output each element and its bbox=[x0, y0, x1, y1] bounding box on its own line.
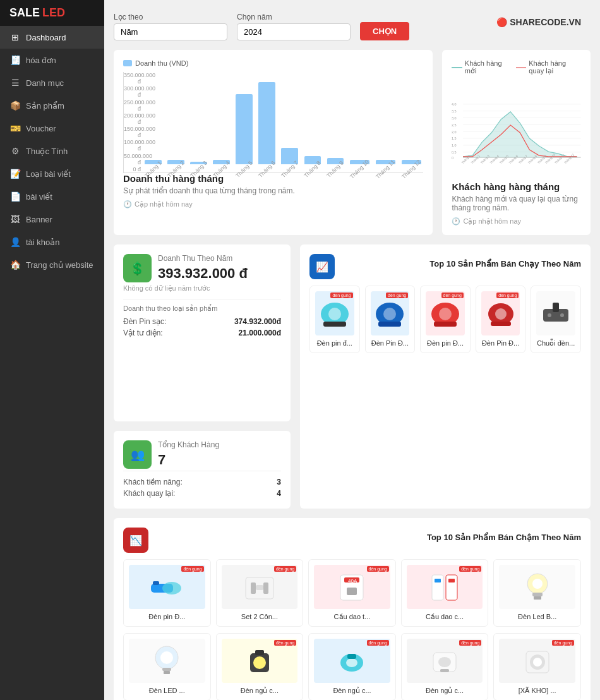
slow-icon: 📉 bbox=[123, 528, 148, 553]
filter-loc-group: Lọc theo Năm bbox=[114, 13, 227, 40]
svg-rect-33 bbox=[323, 322, 346, 327]
bar-col-6: Tháng 6 bbox=[256, 82, 277, 172]
svg-point-69 bbox=[160, 651, 173, 664]
product-label: Chuỗi đèn... bbox=[536, 339, 575, 347]
customer-chart-subtitle: Khách hàng mới và quay lại qua từng thán… bbox=[452, 195, 581, 212]
product-img: đèn gung bbox=[315, 291, 354, 335]
sidebar-item-dashboard[interactable]: ⊞Dashboard bbox=[0, 26, 104, 49]
product-card-101: đèn gung Set 2 Côn... bbox=[216, 559, 304, 627]
sidebar-item-banner[interactable]: 🖼Banner bbox=[0, 208, 104, 231]
svg-rect-36 bbox=[378, 322, 401, 327]
product-badge: đèn gung bbox=[496, 293, 519, 298]
svg-point-74 bbox=[346, 658, 357, 667]
logo-sale: SALE bbox=[9, 6, 40, 20]
svg-text:1,5: 1,5 bbox=[452, 136, 457, 140]
bar-col-8: Tháng 8 bbox=[302, 156, 323, 172]
svg-rect-78 bbox=[440, 669, 449, 672]
banner-icon: 🖼 bbox=[9, 214, 21, 224]
svg-rect-52 bbox=[263, 582, 268, 594]
slow-products-row1: đèn gung Đèn pin Đ... đèn gung Set 2 Côn… bbox=[123, 559, 581, 627]
product-card-1: đèn gung Đèn Pin Đ... bbox=[365, 286, 416, 353]
product-label: Cầu dao t... bbox=[314, 613, 390, 621]
product-img: đèn gung bbox=[222, 565, 298, 609]
customer-chart-card: Khách hàng mới Khách hàng quay lại bbox=[442, 50, 591, 235]
product-img bbox=[499, 565, 575, 609]
bar-col-4: Tháng 4 bbox=[211, 160, 232, 172]
filter-loc-select[interactable]: Năm bbox=[114, 23, 227, 40]
sanpham-icon: 📦 bbox=[9, 100, 21, 111]
revenue-breakdown: Doanh thu theo loại sản phẩm Đèn Pin sạc… bbox=[123, 299, 281, 339]
svg-point-46 bbox=[560, 313, 564, 317]
svg-text:40A: 40A bbox=[348, 578, 357, 584]
svg-rect-63 bbox=[532, 593, 543, 596]
product-img bbox=[536, 291, 575, 335]
svg-point-35 bbox=[383, 308, 396, 320]
chon-button[interactable]: CHỌN bbox=[360, 22, 409, 40]
danhmuc-icon: ☰ bbox=[9, 78, 21, 88]
product-card-0: đèn gung Đèn pin đ... bbox=[309, 286, 360, 353]
product-label: Đèn LED ... bbox=[129, 687, 205, 694]
bar-col-5: Tháng 5 bbox=[234, 94, 255, 172]
product-badge: đèn gung bbox=[274, 640, 296, 646]
customer-chart-update: 🕐 Cập nhật hôm nay bbox=[452, 217, 581, 226]
svg-text:0,5: 0,5 bbox=[452, 150, 457, 154]
vat-tu-label: Vật tư điện: bbox=[123, 329, 163, 337]
product-badge: đèn gung bbox=[367, 566, 389, 572]
sidebar-item-danhmuc[interactable]: ☰Danh mục bbox=[0, 71, 104, 94]
sidebar-item-taikhoan[interactable]: 👤tài khoản bbox=[0, 231, 104, 253]
filter-year-select[interactable]: 2024 bbox=[237, 23, 351, 40]
svg-point-38 bbox=[439, 308, 452, 320]
sidebar-item-hoadon[interactable]: 🧾hóa đơn bbox=[0, 49, 104, 71]
svg-rect-60 bbox=[435, 579, 441, 582]
filter-year-group: Chọn năm 2024 bbox=[237, 13, 351, 40]
stats-products-row: 💲 Doanh Thu Theo Năm 393.932.000 đ Không… bbox=[114, 244, 591, 509]
svg-rect-67 bbox=[162, 668, 171, 671]
top-fast-products: đèn gung Đèn pin đ... đèn gung Đèn Pin Đ… bbox=[309, 286, 581, 353]
left-stats: 💲 Doanh Thu Theo Năm 393.932.000 đ Không… bbox=[114, 244, 291, 509]
quay-lai-label: Khách quay lại: bbox=[123, 489, 175, 498]
sidebar: SALE LED ⊞Dashboard🧾hóa đơn☰Danh mục📦Sản… bbox=[0, 0, 104, 700]
sidebar-item-baiviet[interactable]: 📄bài viết bbox=[0, 185, 104, 208]
baiviet-icon: 📄 bbox=[9, 191, 21, 202]
slow-products-row2: Đèn LED ... đèn gung Đèn ngủ c... đèn gu… bbox=[123, 633, 581, 700]
quay-lai-value: 4 bbox=[277, 489, 281, 498]
top-fast-section: 📈 Top 10 Sản Phẩm Bán Chạy Theo Năm đèn … bbox=[300, 244, 591, 509]
line-legend: Khách hàng mới Khách hàng quay lại bbox=[452, 59, 581, 75]
product-img: đèn gung bbox=[371, 291, 410, 335]
legend-new-line bbox=[452, 67, 462, 68]
product-label: Đèn Pin Đ... bbox=[371, 339, 410, 347]
sidebar-item-thuoctinh[interactable]: ⚙Thuộc Tính bbox=[0, 140, 104, 162]
product-badge: đèn gung bbox=[552, 640, 574, 646]
dashboard-icon: ⊞ bbox=[9, 32, 21, 42]
svg-point-45 bbox=[548, 313, 551, 317]
product-card-103: đèn gung Cầu dao c... bbox=[401, 559, 489, 627]
sidebar-item-sanpham[interactable]: 📦Sản phẩm bbox=[0, 94, 104, 117]
svg-rect-39 bbox=[434, 322, 457, 327]
bar-legend-dot bbox=[123, 60, 132, 66]
svg-point-32 bbox=[328, 308, 341, 320]
bar-col-7: Tháng 7 bbox=[279, 148, 300, 172]
svg-point-81 bbox=[533, 658, 542, 667]
product-label: Set 2 Côn... bbox=[222, 613, 298, 620]
sidebar-item-loaibviet[interactable]: 📝Loại bài viết bbox=[0, 162, 104, 185]
svg-text:2,0: 2,0 bbox=[452, 130, 457, 134]
filter-year-label: Chọn năm bbox=[237, 13, 351, 21]
product-img: 40A đèn gung bbox=[314, 565, 390, 609]
loaibviet-icon: 📝 bbox=[9, 169, 21, 179]
taikhoan-icon: 👤 bbox=[9, 237, 21, 247]
product-card-4: Chuỗi đèn... bbox=[531, 286, 581, 353]
product-img: đèn gung bbox=[426, 291, 465, 335]
svg-rect-56 bbox=[347, 588, 357, 595]
legend-new-label: Khách hàng mới bbox=[465, 59, 507, 75]
svg-point-71 bbox=[253, 656, 266, 669]
tiem-nang-label: Khách tiềm năng: bbox=[123, 478, 183, 486]
sidebar-item-voucher[interactable]: 🎫Voucher bbox=[0, 117, 104, 140]
product-card-200: Đèn LED ... bbox=[123, 633, 211, 700]
sidebar-item-trangchu[interactable]: 🏠Trang chủ website bbox=[0, 253, 104, 276]
bar-col-9: Tháng 9 bbox=[325, 158, 345, 172]
product-badge: đèn gung bbox=[441, 293, 464, 298]
product-img: đèn gung bbox=[407, 565, 483, 609]
customer-chart-title: Khách hàng hàng tháng bbox=[452, 181, 581, 192]
slow-section: 📉 Top 10 Sản Phẩm Bán Chậm Theo Năm đèn … bbox=[114, 518, 591, 700]
revenue-chart-subtitle: Sự phát triển doanh thu qua từng tháng t… bbox=[123, 186, 423, 195]
